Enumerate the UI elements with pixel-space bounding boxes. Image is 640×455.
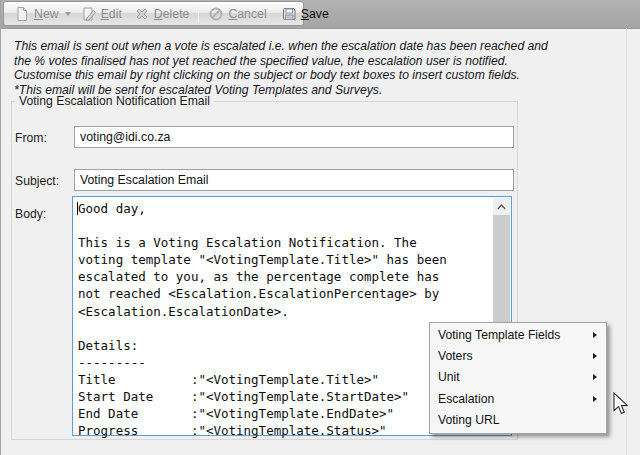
toolbar-separator xyxy=(198,5,199,23)
subject-input[interactable]: Voting Escalation Email xyxy=(74,169,514,191)
from-input[interactable]: voting@idi.co.za xyxy=(74,126,514,148)
menu-item-label: Voting Template Fields xyxy=(438,328,560,342)
menu-item-voters[interactable]: Voters xyxy=(430,346,606,367)
cancel-slash-icon xyxy=(208,6,224,22)
menu-item-voting-url[interactable]: Voting URL xyxy=(430,410,606,431)
description-line: This email is sent out when a vote is es… xyxy=(14,39,574,54)
email-template-dialog: New Edit Delete xyxy=(0,0,640,455)
new-dropdown-arrow-icon[interactable] xyxy=(65,12,71,16)
menu-item-label: Escalation xyxy=(438,392,494,406)
description-line: the % votes finalised has not yet reache… xyxy=(14,54,574,69)
edit-button-label: Edit xyxy=(101,7,122,21)
from-label: From: xyxy=(15,131,47,145)
cancel-button[interactable]: Cancel xyxy=(204,3,270,24)
submenu-arrow-icon xyxy=(593,396,597,402)
context-menu: Voting Template Fields Voters Unit Escal… xyxy=(429,322,607,434)
new-button-label: New xyxy=(34,7,59,21)
edit-button[interactable]: Edit xyxy=(77,3,126,24)
subject-label: Subject: xyxy=(15,174,59,188)
subject-value: Voting Escalation Email xyxy=(80,173,209,187)
toolbar: New Edit Delete xyxy=(3,1,304,26)
edit-page-icon xyxy=(81,6,97,22)
submenu-arrow-icon xyxy=(593,353,597,359)
menu-item-label: Voting URL xyxy=(438,413,500,427)
description-line: Customise this email by right clicking o… xyxy=(14,68,574,83)
save-button[interactable]: Save xyxy=(277,3,333,24)
new-button[interactable]: New xyxy=(10,3,63,24)
new-page-icon xyxy=(14,6,30,22)
groupbox-title: Voting Escalation Notification Email xyxy=(15,94,214,108)
from-value: voting@idi.co.za xyxy=(80,130,170,144)
delete-button[interactable]: Delete xyxy=(130,3,194,24)
delete-x-icon xyxy=(134,6,150,22)
mouse-cursor-icon xyxy=(613,392,630,421)
submenu-arrow-icon xyxy=(593,374,597,380)
scrollbar-up-arrow-icon[interactable] xyxy=(493,198,510,215)
description-text: This email is sent out when a vote is es… xyxy=(14,39,574,98)
panel-right-edge xyxy=(626,28,627,455)
menu-item-unit[interactable]: Unit xyxy=(430,367,606,388)
menu-item-label: Unit xyxy=(438,370,460,384)
cancel-button-label: Cancel xyxy=(228,7,266,21)
save-floppy-icon xyxy=(281,6,297,22)
menu-item-escalation[interactable]: Escalation xyxy=(430,389,606,410)
toolbar-strip: New Edit Delete xyxy=(1,0,640,29)
menu-item-label: Voters xyxy=(438,349,473,363)
delete-button-label: Delete xyxy=(154,7,190,21)
save-button-label: Save xyxy=(301,7,329,21)
menu-item-voting-template-fields[interactable]: Voting Template Fields xyxy=(430,325,606,346)
body-label: Body: xyxy=(15,207,46,221)
submenu-arrow-icon xyxy=(593,332,597,338)
